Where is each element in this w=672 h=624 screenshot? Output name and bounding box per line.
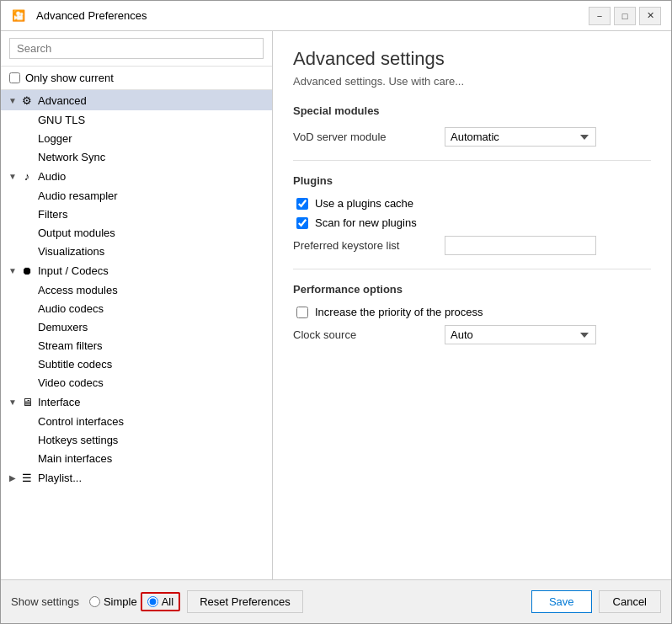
item-label-main-interfaces: Main interfaces — [38, 452, 112, 465]
expand-arrow-playlists-partial[interactable] — [6, 471, 19, 484]
settings-subtitle: Advanced settings. Use with care... — [293, 75, 651, 88]
tree-item-control-interfaces[interactable]: Control interfaces — [1, 412, 272, 430]
main-window: 🎦 Advanced Preferences − □ ✕ Only show c… — [0, 0, 672, 624]
item-label-audio: Audio — [38, 170, 66, 183]
clock-source-row: Clock source Auto System POSIX — [293, 325, 651, 344]
tree-item-subtitle-codecs[interactable]: Subtitle codecs — [1, 355, 272, 373]
tree-item-gnu-tls[interactable]: GNU TLS — [1, 110, 272, 129]
reset-preferences-button[interactable]: Reset Preferences — [187, 590, 303, 613]
item-label-audio-resampler: Audio resampler — [38, 189, 118, 202]
item-label-gnu-tls: GNU TLS — [38, 114, 85, 126]
tree-item-audio-codecs[interactable]: Audio codecs — [1, 299, 272, 317]
main-content: Only show current ⚙AdvancedGNU TLSLogger… — [1, 31, 671, 579]
vod-server-label: VoD server module — [293, 131, 445, 143]
scan-plugins-checkbox[interactable] — [296, 217, 308, 229]
tree-item-input-codecs[interactable]: ⏺Input / Codecs — [1, 260, 272, 280]
tree-container[interactable]: ⚙AdvancedGNU TLSLoggerNetwork Sync♪Audio… — [1, 90, 272, 579]
expand-arrow-input-codecs[interactable] — [6, 264, 19, 277]
item-label-interface: Interface — [38, 396, 81, 408]
tree-item-filters[interactable]: Filters — [1, 205, 272, 223]
item-label-filters: Filters — [38, 208, 67, 221]
search-box — [1, 31, 272, 67]
tree-item-playlists-partial[interactable]: ☰Playlist... — [1, 467, 272, 488]
tree-item-video-codecs[interactable]: Video codecs — [1, 373, 272, 392]
section-performance: Performance options — [293, 283, 651, 296]
expand-arrow-interface[interactable] — [6, 395, 19, 408]
divider-1 — [293, 160, 651, 161]
keystore-input[interactable] — [445, 236, 596, 255]
item-label-video-codecs: Video codecs — [38, 376, 104, 389]
title-bar-left: 🎦 Advanced Preferences — [11, 8, 147, 24]
radio-simple-label: Simple — [104, 595, 137, 608]
section-plugins: Plugins — [293, 174, 651, 187]
tree-item-stream-filters[interactable]: Stream filters — [1, 336, 272, 355]
vod-server-dropdown[interactable]: Automatic None — [445, 127, 596, 147]
tree-item-advanced[interactable]: ⚙Advanced — [1, 90, 272, 110]
item-label-demuxers: Demuxers — [38, 321, 88, 333]
scan-plugins-row: Scan for new plugins — [293, 216, 651, 229]
tree-item-audio-resampler[interactable]: Audio resampler — [1, 186, 272, 205]
divider-2 — [293, 269, 651, 269]
radio-simple-input[interactable] — [89, 596, 100, 607]
item-icon-interface: 🖥 — [19, 394, 35, 409]
settings-title: Advanced settings — [293, 48, 651, 70]
tree-item-network-sync[interactable]: Network Sync — [1, 147, 272, 166]
item-label-network-sync: Network Sync — [38, 151, 105, 163]
only-show-current-row: Only show current — [1, 67, 272, 90]
radio-all-input[interactable] — [147, 596, 158, 607]
clock-source-label: Clock source — [293, 328, 445, 341]
tree-item-interface[interactable]: 🖥Interface — [1, 392, 272, 412]
save-button[interactable]: Save — [531, 590, 592, 613]
close-button[interactable]: ✕ — [639, 7, 661, 25]
cancel-button[interactable]: Cancel — [599, 590, 661, 613]
clock-source-control: Auto System POSIX — [445, 325, 651, 344]
tree-item-audio[interactable]: ♪Audio — [1, 166, 272, 186]
priority-checkbox[interactable] — [296, 307, 308, 318]
maximize-button[interactable]: □ — [614, 7, 636, 25]
plugins-cache-label: Use a plugins cache — [315, 197, 413, 210]
bottom-buttons: Save Cancel — [531, 590, 661, 613]
keystore-control — [445, 236, 651, 255]
bottom-bar: Show settings Simple All Reset Preferenc… — [1, 579, 671, 623]
tree-item-demuxers[interactable]: Demuxers — [1, 317, 272, 336]
radio-group: Simple All — [89, 592, 180, 611]
plugins-cache-row: Use a plugins cache — [293, 197, 651, 210]
keystore-label: Preferred keystore list — [293, 239, 445, 252]
item-icon-input-codecs: ⏺ — [19, 263, 35, 278]
app-icon: 🎦 — [11, 8, 26, 24]
tree-item-main-interfaces[interactable]: Main interfaces — [1, 449, 272, 467]
search-input[interactable] — [9, 38, 264, 59]
minimize-button[interactable]: − — [589, 7, 611, 25]
item-icon-advanced: ⚙ — [19, 93, 35, 108]
sidebar: Only show current ⚙AdvancedGNU TLSLogger… — [1, 31, 273, 579]
item-label-control-interfaces: Control interfaces — [38, 415, 124, 428]
tree-item-visualizations[interactable]: Visualizations — [1, 242, 272, 260]
plugins-cache-checkbox[interactable] — [296, 198, 308, 210]
item-label-stream-filters: Stream filters — [38, 339, 103, 352]
item-label-playlists-partial: Playlist... — [38, 472, 82, 484]
item-label-visualizations: Visualizations — [38, 245, 104, 258]
only-show-current-checkbox[interactable] — [9, 72, 20, 83]
expand-arrow-audio[interactable] — [6, 169, 19, 183]
radio-all[interactable]: All — [141, 592, 180, 611]
radio-simple[interactable]: Simple — [89, 595, 137, 608]
tree-item-access-modules[interactable]: Access modules — [1, 280, 272, 299]
item-label-audio-codecs: Audio codecs — [38, 302, 104, 315]
show-settings-label: Show settings — [11, 595, 79, 608]
window-title: Advanced Preferences — [36, 9, 147, 22]
item-label-subtitle-codecs: Subtitle codecs — [38, 358, 112, 371]
item-label-access-modules: Access modules — [38, 284, 118, 296]
item-icon-playlists-partial: ☰ — [19, 470, 35, 485]
item-label-output-modules: Output modules — [38, 227, 115, 239]
tree-item-hotkeys-settings[interactable]: Hotkeys settings — [1, 430, 272, 449]
expand-arrow-advanced[interactable] — [6, 93, 19, 107]
priority-row: Increase the priority of the process — [293, 306, 651, 318]
title-bar-controls: − □ ✕ — [589, 7, 661, 25]
tree-item-logger[interactable]: Logger — [1, 129, 272, 147]
scan-plugins-label: Scan for new plugins — [315, 216, 417, 229]
item-label-advanced: Advanced — [38, 94, 87, 107]
tree-item-output-modules[interactable]: Output modules — [1, 223, 272, 242]
item-label-logger: Logger — [38, 132, 72, 145]
clock-source-dropdown[interactable]: Auto System POSIX — [445, 325, 596, 344]
priority-label: Increase the priority of the process — [315, 306, 483, 318]
